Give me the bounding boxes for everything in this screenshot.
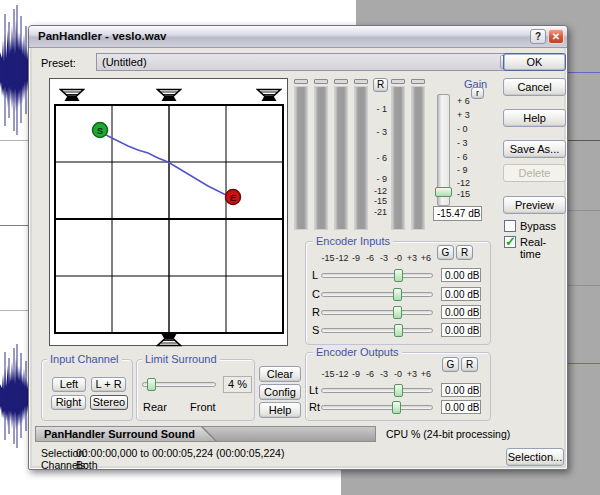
- help-button[interactable]: Help: [503, 109, 566, 127]
- meter-scale-tick: - 6: [357, 153, 387, 163]
- selection-button[interactable]: Selection...: [506, 448, 564, 466]
- realtime-checkbox[interactable]: [504, 236, 516, 248]
- limit-surround-slider-thumb[interactable]: [147, 378, 156, 391]
- input-l-slider-thumb[interactable]: [394, 269, 403, 282]
- svg-text:S: S: [97, 126, 103, 136]
- meter-scale-tick: - 1: [357, 104, 387, 114]
- meter-scale-tick: -12: [357, 186, 387, 196]
- input-r-value: 0.00 dB: [441, 305, 481, 319]
- encoder-outputs-gang-button[interactable]: G: [442, 357, 459, 372]
- input-s-value: 0.00 dB: [441, 323, 481, 337]
- title-bar[interactable]: PanHandler - veslo.wav ? ✕: [29, 26, 567, 48]
- meter-peak-indicator: [294, 79, 308, 84]
- input-l-slider[interactable]: [321, 273, 433, 278]
- end-point-handle[interactable]: E: [226, 190, 241, 205]
- config-button[interactable]: Config: [259, 384, 301, 400]
- meter-bar: [391, 86, 405, 230]
- gain-scale-tick: - 0: [457, 124, 483, 134]
- output-rt-value: 0.00 dB: [441, 400, 481, 414]
- input-s-label: S: [312, 324, 319, 336]
- preview-button[interactable]: Preview: [503, 196, 566, 214]
- limit-surround-slider[interactable]: [142, 382, 216, 387]
- encoder-outputs-title: Encoder Outputs: [313, 346, 402, 358]
- meter-bar: [314, 86, 328, 230]
- bypass-label: Bypass: [520, 220, 556, 232]
- gain-value: -15.47 dB: [433, 206, 482, 221]
- input-l-label: L: [312, 269, 318, 281]
- output-rt-slider-thumb[interactable]: [392, 401, 401, 414]
- pan-grid[interactable]: S E: [49, 78, 288, 346]
- input-r-slider[interactable]: [321, 310, 433, 315]
- save-as-button[interactable]: Save As...: [503, 140, 566, 158]
- cpu-usage-label: CPU % (24-bit processing): [386, 428, 510, 440]
- meter-peak-indicator: [391, 79, 405, 84]
- gain-scale-tick: + 3: [457, 110, 483, 120]
- question-icon: ?: [535, 31, 541, 42]
- cancel-button[interactable]: Cancel: [503, 78, 566, 96]
- input-c-label: C: [312, 288, 320, 300]
- rear-label: Rear: [143, 401, 167, 413]
- help-titlebar-button[interactable]: ?: [530, 29, 546, 44]
- meter-bar: [334, 86, 348, 230]
- gain-scale-tick: -15: [457, 189, 483, 199]
- svg-text:E: E: [230, 193, 236, 203]
- gain-scale-tick: -12: [457, 178, 483, 188]
- pan-path: [100, 130, 233, 197]
- meter-scale-tick: -21: [357, 207, 387, 217]
- encoder-inputs-scale: -15-12-9-6-3-0+3+6: [321, 253, 433, 263]
- gain-scale-tick: - 9: [457, 165, 483, 175]
- limit-surround-value: 4 %: [223, 376, 252, 393]
- input-r-slider-thumb[interactable]: [393, 306, 402, 319]
- input-channel-title: Input Channel: [47, 353, 122, 365]
- close-button[interactable]: ✕: [548, 29, 564, 44]
- gain-scale-tick: + 6: [457, 96, 483, 106]
- gain-scale-tick: - 3: [457, 138, 483, 148]
- input-lr-button[interactable]: L + R: [91, 377, 126, 392]
- limit-surround-title: Limit Surround: [142, 353, 220, 365]
- channels-value: Both: [76, 459, 98, 471]
- waveform-panel-background-bottom: [0, 470, 341, 495]
- preset-value: (Untitled): [102, 56, 147, 68]
- meter-scale-tick: -15: [357, 196, 387, 206]
- input-s-slider[interactable]: [321, 328, 433, 333]
- bypass-checkbox[interactable]: [504, 220, 516, 232]
- front-label: Front: [190, 401, 216, 413]
- gain-scale-tick: - 6: [457, 152, 483, 162]
- help-tool-button[interactable]: Help: [259, 402, 301, 418]
- status-tab: PanHandler Surround Sound: [36, 427, 215, 441]
- delete-button: Delete: [503, 164, 566, 182]
- encoder-outputs-reset-button[interactable]: R: [461, 357, 478, 372]
- clear-button[interactable]: Clear: [259, 366, 301, 382]
- input-left-button[interactable]: Left: [52, 377, 86, 392]
- encoder-inputs-reset-button[interactable]: R: [456, 245, 473, 260]
- meter-reset-button[interactable]: R: [373, 78, 388, 92]
- input-c-slider-thumb[interactable]: [393, 288, 402, 301]
- meter-peak-indicator: [314, 79, 328, 84]
- encoder-inputs-gang-button[interactable]: G: [437, 245, 454, 260]
- output-lt-label: Lt: [309, 384, 318, 396]
- window-title: PanHandler - veslo.wav: [38, 30, 166, 42]
- meter-scale-tick: - 9: [357, 174, 387, 184]
- gain-slider-thumb[interactable]: [435, 187, 452, 197]
- realtime-label: Real-time: [520, 236, 546, 260]
- ok-button[interactable]: OK: [503, 53, 566, 71]
- pan-grid-canvas[interactable]: S E: [50, 79, 287, 345]
- output-rt-slider[interactable]: [321, 405, 433, 410]
- input-stereo-button[interactable]: Stereo: [90, 395, 128, 410]
- meter-bar: [411, 86, 425, 230]
- preset-dropdown[interactable]: (Untitled): [96, 53, 518, 71]
- meter-bar: [294, 86, 308, 230]
- panhandler-dialog: PanHandler - veslo.wav ? ✕ Preset: (Unti…: [28, 25, 568, 470]
- output-lt-slider-thumb[interactable]: [394, 384, 403, 397]
- input-l-value: 0.00 dB: [441, 268, 481, 282]
- start-point-handle[interactable]: S: [93, 123, 108, 138]
- output-lt-slider[interactable]: [321, 388, 433, 393]
- input-c-slider[interactable]: [321, 292, 433, 297]
- input-r-label: R: [312, 306, 320, 318]
- selection-value: 00:00:00,000 to 00:00:05,224 (00:00:05,2…: [76, 447, 284, 459]
- input-s-slider-thumb[interactable]: [394, 324, 403, 337]
- input-right-button[interactable]: Right: [51, 395, 86, 410]
- meter-peak-indicator: [411, 79, 425, 84]
- close-icon: ✕: [552, 31, 560, 42]
- output-lt-value: 0.00 dB: [441, 383, 481, 397]
